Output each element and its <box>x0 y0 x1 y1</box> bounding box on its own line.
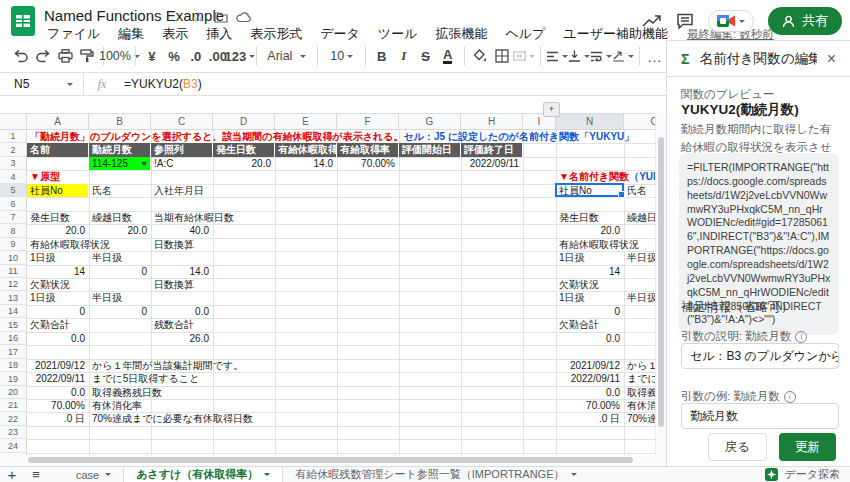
grid-cell-C2[interactable]: 参照列 <box>151 143 212 156</box>
row-header-2[interactable]: 2 <box>0 143 27 157</box>
vertical-scrollbar-thumb[interactable] <box>658 137 664 427</box>
grid-cell-A12[interactable]: 欠勤状況 <box>27 278 73 291</box>
grid-cell-A11[interactable]: 14 <box>27 265 88 278</box>
grid-cell-A19[interactable]: 2022/09/11 <box>27 372 88 385</box>
grid-cell-C3[interactable]: !A:C <box>151 157 176 170</box>
grid-cell-H2[interactable]: 評価終了日 <box>461 143 522 156</box>
font-size-select[interactable]: 10 <box>322 44 360 68</box>
fill-handle[interactable] <box>618 191 625 198</box>
cloud-status-icon[interactable] <box>236 12 251 23</box>
strikethrough-button[interactable]: S <box>415 44 437 68</box>
text-rotation-icon[interactable] <box>612 44 634 68</box>
grid-cell-A9[interactable]: 有給休暇取得状況 <box>27 238 113 251</box>
sheets-logo-icon[interactable] <box>10 5 36 37</box>
zoom-select[interactable]: 100% <box>108 44 130 68</box>
argument-example-input[interactable]: 勤続月数 <box>681 403 839 429</box>
text-wrap-icon[interactable] <box>590 44 612 68</box>
column-header-F[interactable]: F <box>337 113 399 130</box>
grid-cell-B11[interactable]: 0 <box>89 265 150 278</box>
grid-cell-N14[interactable]: 0 <box>556 305 623 318</box>
redo-icon[interactable] <box>32 44 54 68</box>
column-header-A[interactable]: A <box>27 113 89 130</box>
grid-cell-N11[interactable]: 14 <box>556 265 623 278</box>
row-header-22[interactable]: 22 <box>0 412 27 426</box>
activity-trend-icon[interactable] <box>642 14 662 28</box>
grid-cell-A10[interactable]: 1日扱 <box>27 251 59 264</box>
row-header-9[interactable]: 9 <box>0 238 27 251</box>
add-sheet-button[interactable]: + <box>0 466 24 482</box>
share-button[interactable]: 共有 <box>768 7 842 35</box>
grid-cell-N8[interactable]: 20.0 <box>556 224 623 237</box>
print-icon[interactable] <box>54 44 76 68</box>
grid-cell-B8[interactable]: 20.0 <box>89 224 150 237</box>
row-header-5[interactable]: 5 <box>0 184 27 197</box>
grid-cell-C5[interactable]: 入社年月日 <box>151 184 207 197</box>
more-toolbar-button[interactable]: … <box>644 44 666 68</box>
column-header-H[interactable]: H <box>461 113 523 130</box>
decrease-decimal-button[interactable]: .0 <box>185 44 207 68</box>
grid-cell-B22[interactable]: 70%達成までに必要な有休取得日数 <box>89 412 256 425</box>
grid-cell-N16[interactable]: 0.0 <box>556 332 623 345</box>
formula-input[interactable]: =YUKYU2(B3) <box>120 77 202 91</box>
meet-call-button[interactable] <box>708 10 754 32</box>
row-header-15[interactable]: 15 <box>0 318 27 332</box>
row-header-17[interactable]: 17 <box>0 345 27 359</box>
name-box[interactable]: N5 <box>0 73 84 95</box>
grid-cell-A5[interactable]: 社員No <box>27 184 88 197</box>
select-all-corner[interactable] <box>0 113 27 130</box>
row-header-19[interactable]: 19 <box>0 372 27 386</box>
grid-cell-B20[interactable]: 取得義務残日数 <box>89 386 165 399</box>
explore-button[interactable]: データ探索 <box>765 466 840 482</box>
grid-cell-B19[interactable]: までに5日取得すること <box>89 372 202 385</box>
grid-cell-A13[interactable]: 1日扱 <box>27 291 59 304</box>
grid-cell-B3[interactable]: 114-125 <box>89 157 150 170</box>
grid-cell-A18[interactable]: 2021/09/12 <box>27 359 88 372</box>
grid-cell-N7[interactable]: 発生日数 <box>556 211 602 224</box>
show-hidden-columns-button[interactable]: + <box>543 102 560 117</box>
grid-cell-B21[interactable]: 有休消化率 <box>89 399 145 412</box>
comments-icon[interactable] <box>676 13 694 29</box>
row-header-16[interactable]: 16 <box>0 332 27 345</box>
fill-color-icon[interactable] <box>469 44 491 68</box>
grid-cell-O5[interactable]: 氏名 <box>624 184 650 197</box>
grid-cell-N12[interactable]: 欠勤状況 <box>556 278 602 291</box>
font-select[interactable]: Arial <box>261 44 311 68</box>
sheet-tab[interactable]: case <box>64 467 123 482</box>
vertical-align-icon[interactable] <box>568 44 590 68</box>
grid-cell-B5[interactable]: 氏名 <box>89 184 115 197</box>
all-sheets-menu-button[interactable]: ≡ <box>24 467 48 482</box>
grid-cell-N18[interactable]: 2021/09/12 <box>556 359 623 372</box>
back-button[interactable]: 戻る <box>708 433 767 461</box>
merge-cells-icon[interactable] <box>513 44 535 68</box>
more-formats-button[interactable]: 123 <box>229 44 251 68</box>
column-header-D[interactable]: D <box>213 113 275 130</box>
grid-cell-C11[interactable]: 14.0 <box>151 265 212 278</box>
grid-cell-C14[interactable]: 0.0 <box>151 305 212 318</box>
grid-cell-B2[interactable]: 勤続月数 <box>89 143 150 156</box>
grid-cell-F3[interactable]: 70.00% <box>337 157 398 170</box>
spreadsheet-grid[interactable]: ABCDEFGHINO12345678910111213141516171819… <box>0 96 666 466</box>
grid-cell-A22[interactable]: .0 日 <box>27 412 88 425</box>
sheet-tab[interactable]: 有給休暇残数管理シート参照一覧（IMPORTRANGE） <box>283 467 588 482</box>
row-header-3[interactable]: 3 <box>0 157 27 170</box>
grid-cell-C16[interactable]: 26.0 <box>151 332 212 345</box>
grid-cell-A2[interactable]: 名前 <box>27 143 88 156</box>
grid-cell-B13[interactable]: 半日扱 <box>89 291 125 304</box>
grid-cell-C7[interactable]: 当期有給休暇日数 <box>151 211 237 224</box>
row-header-20[interactable]: 20 <box>0 386 27 399</box>
bold-button[interactable]: B <box>371 44 393 68</box>
cell-dropdown-caret[interactable] <box>141 162 147 166</box>
column-header-E[interactable]: E <box>275 113 337 130</box>
grid-cell-B7[interactable]: 繰越日数 <box>89 211 135 224</box>
grid-cell-A8[interactable]: 20.0 <box>27 224 88 237</box>
grid-cell-C8[interactable]: 40.0 <box>151 224 212 237</box>
grid-cell-A7[interactable]: 発生日数 <box>27 211 73 224</box>
column-header-N[interactable]: N <box>556 113 624 130</box>
grid-cell-C9[interactable]: 日数換算 <box>151 238 197 251</box>
grid-cell-C15[interactable]: 残数合計 <box>151 318 197 331</box>
row-header-6[interactable]: 6 <box>0 197 27 211</box>
row-header-11[interactable]: 11 <box>0 265 27 278</box>
row-header-18[interactable]: 18 <box>0 359 27 372</box>
grid-cell-N21[interactable]: 70.00% <box>556 399 623 412</box>
grid-cell-A1[interactable]: 「勤続月数」のプルダウンを選択すると、該当期間の有給休暇取得が表示される。セル：… <box>27 130 637 143</box>
